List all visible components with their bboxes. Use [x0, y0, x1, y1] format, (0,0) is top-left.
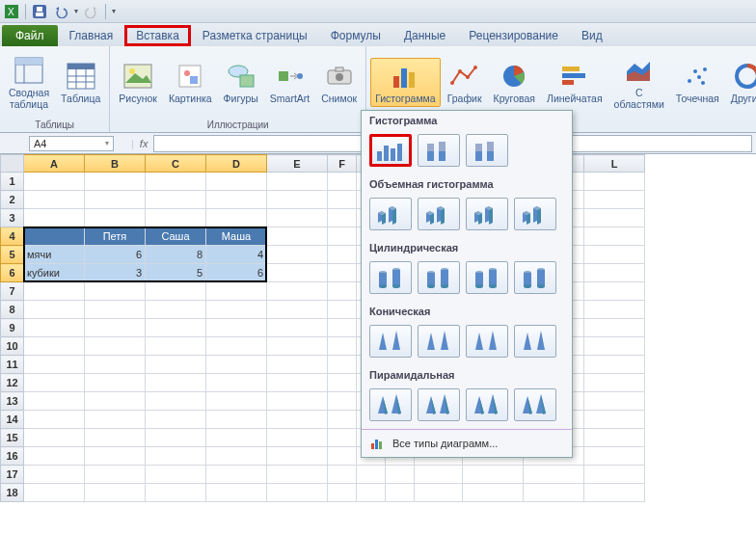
cell[interactable] — [24, 282, 85, 301]
cell[interactable] — [206, 301, 267, 319]
cell[interactable] — [85, 337, 146, 356]
cell[interactable] — [85, 173, 146, 191]
cell[interactable]: кубики — [24, 264, 85, 282]
line-chart-button[interactable]: График — [443, 58, 487, 108]
chart-type-option[interactable] — [514, 198, 556, 230]
clipart-button[interactable]: Картинка — [164, 58, 217, 108]
cell[interactable] — [85, 209, 146, 227]
cell[interactable] — [206, 429, 267, 447]
chart-type-option[interactable] — [466, 325, 508, 358]
cell[interactable] — [24, 392, 85, 411]
row-header[interactable]: 3 — [1, 209, 24, 227]
cell[interactable] — [24, 227, 85, 246]
cell[interactable]: 3 — [85, 264, 146, 282]
cell[interactable] — [24, 411, 85, 429]
tab-review[interactable]: Рецензирование — [457, 25, 570, 46]
chart-type-option[interactable] — [369, 388, 412, 421]
cell[interactable] — [584, 173, 645, 191]
cell[interactable] — [328, 319, 357, 337]
chart-type-option[interactable] — [369, 134, 412, 167]
tab-view[interactable]: Вид — [570, 25, 614, 46]
cell[interactable] — [24, 337, 85, 356]
tab-data[interactable]: Данные — [392, 25, 457, 46]
table-button[interactable]: Таблица — [56, 58, 105, 108]
cell[interactable] — [206, 191, 267, 209]
cell[interactable] — [206, 356, 267, 374]
chart-type-option[interactable] — [418, 198, 460, 230]
cell[interactable] — [357, 466, 386, 484]
cell[interactable] — [24, 319, 85, 337]
row-header[interactable]: 2 — [1, 191, 24, 209]
cell[interactable] — [24, 301, 85, 319]
row-header[interactable]: 13 — [1, 392, 24, 411]
row-header[interactable]: 11 — [1, 356, 24, 374]
chart-type-option[interactable] — [514, 261, 556, 294]
cell[interactable] — [206, 173, 267, 191]
cell[interactable]: 4 — [206, 246, 267, 264]
cell[interactable] — [146, 173, 206, 191]
cell[interactable] — [524, 466, 584, 484]
chart-type-option[interactable] — [418, 325, 460, 358]
name-box-dropdown-icon[interactable]: ▾ — [105, 139, 109, 147]
cell[interactable] — [85, 411, 146, 429]
cell[interactable] — [85, 374, 146, 392]
cell[interactable] — [206, 392, 267, 411]
cell[interactable] — [463, 484, 524, 502]
cell[interactable] — [24, 173, 85, 191]
row-header[interactable]: 1 — [1, 173, 24, 191]
cell[interactable] — [584, 374, 645, 392]
cell[interactable] — [146, 374, 206, 392]
cell[interactable] — [267, 301, 328, 319]
cell[interactable] — [415, 466, 463, 484]
cell[interactable] — [267, 191, 328, 209]
row-header[interactable]: 16 — [1, 447, 24, 466]
cell[interactable] — [206, 282, 267, 301]
cell[interactable]: 6 — [206, 264, 267, 282]
cell[interactable] — [267, 246, 328, 264]
cell[interactable] — [85, 301, 146, 319]
cell[interactable] — [24, 484, 85, 502]
cell[interactable] — [584, 392, 645, 411]
row-header[interactable]: 18 — [1, 484, 24, 502]
cell[interactable] — [206, 484, 267, 502]
cell[interactable] — [85, 191, 146, 209]
row-header[interactable]: 15 — [1, 429, 24, 447]
row-header[interactable]: 17 — [1, 466, 24, 484]
picture-button[interactable]: Рисунок — [114, 58, 162, 108]
cell[interactable] — [267, 484, 328, 502]
cell[interactable] — [584, 466, 645, 484]
cell[interactable] — [267, 356, 328, 374]
column-chart-button[interactable]: Гистограмма — [370, 58, 441, 108]
cell[interactable] — [85, 484, 146, 502]
cell[interactable] — [584, 337, 645, 356]
qat-customize-icon[interactable]: ▾ — [112, 7, 116, 15]
cell[interactable] — [267, 227, 328, 246]
chart-type-option[interactable] — [418, 134, 460, 167]
cell[interactable] — [146, 484, 206, 502]
cell[interactable] — [328, 411, 357, 429]
chart-type-option[interactable] — [514, 325, 556, 358]
cell[interactable] — [24, 374, 85, 392]
other-charts-button[interactable]: Другие — [726, 58, 756, 108]
cell[interactable] — [24, 466, 85, 484]
cell[interactable] — [415, 484, 463, 502]
col-header[interactable]: F — [328, 155, 357, 173]
chart-type-option[interactable] — [418, 261, 460, 294]
cell[interactable] — [267, 173, 328, 191]
cell[interactable] — [146, 356, 206, 374]
cell[interactable] — [206, 374, 267, 392]
cell[interactable] — [267, 466, 328, 484]
tab-formulas[interactable]: Формулы — [319, 25, 392, 46]
cell[interactable] — [206, 337, 267, 356]
cell[interactable] — [206, 411, 267, 429]
cell[interactable] — [24, 447, 85, 466]
cell[interactable] — [328, 374, 357, 392]
pie-chart-button[interactable]: Круговая — [489, 58, 541, 108]
cell[interactable] — [267, 392, 328, 411]
chart-type-option[interactable] — [466, 261, 508, 294]
cell[interactable] — [328, 337, 357, 356]
tab-file[interactable]: Файл — [2, 25, 58, 46]
cell[interactable] — [584, 484, 645, 502]
cell[interactable] — [85, 282, 146, 301]
row-header[interactable]: 6 — [1, 264, 24, 282]
